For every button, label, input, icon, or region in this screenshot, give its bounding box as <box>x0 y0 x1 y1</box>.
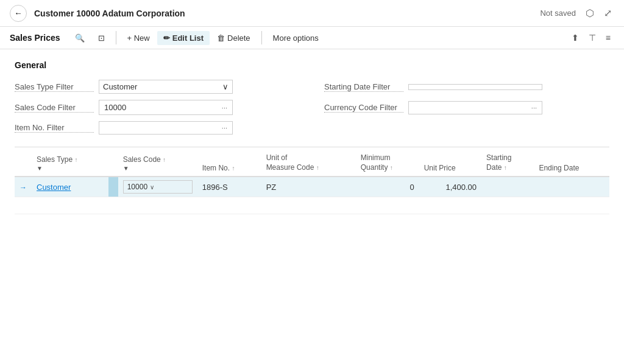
sales-type-filter-row: Sales Type Filter Customer ∨ <box>15 80 300 94</box>
col-starting-date: Starting Date ↑ <box>481 150 534 177</box>
sales-code-cell-value: 10000 <box>127 183 147 191</box>
sales-type-select-wrapper[interactable]: Customer ∨ <box>99 80 233 94</box>
col-empty-1 <box>108 150 118 177</box>
sales-code-value: 10000 <box>104 103 126 112</box>
back-icon: ← <box>14 9 22 18</box>
edit-list-button[interactable]: ✏ Edit List <box>157 31 210 45</box>
col-sales-type: Sales Type ↑ ▼ <box>32 150 108 177</box>
delete-icon: 🗑 <box>217 33 225 43</box>
sales-type-value: Customer <box>103 82 137 91</box>
search-button[interactable]: 🔍 <box>69 31 91 45</box>
col-unit-price: Unit Price <box>419 150 481 177</box>
starting-date-filter-row: Starting Date Filter <box>324 80 609 94</box>
page-title: Customer 10000 Adatum Corporation <box>34 9 540 18</box>
cell-unit-price[interactable]: 1,400.00 <box>419 177 481 197</box>
item-no-input[interactable]: ··· <box>99 121 233 135</box>
delete-button[interactable]: 🗑 Delete <box>211 31 257 45</box>
copy-view-button[interactable]: ⊡ <box>92 31 111 45</box>
header-icons: ⬡ ⤢ <box>583 6 614 20</box>
cell-sales-type[interactable]: Customer <box>32 177 108 197</box>
sales-type-filter-icon[interactable]: ▼ <box>37 164 104 172</box>
more-options-button[interactable]: More options <box>267 31 325 45</box>
share-button[interactable]: ⬆ <box>568 30 583 45</box>
toolbar-right-actions: ⬆ ⊤ ≡ <box>568 30 614 45</box>
section-divider <box>15 147 609 147</box>
edit-list-icon: ✏ <box>163 33 170 43</box>
new-label: + New <box>127 33 150 43</box>
cell-blue-box <box>108 177 118 197</box>
toolbar-separator <box>116 31 116 44</box>
starting-date-label: Starting Date Filter <box>324 82 403 92</box>
cell-ending-date[interactable] <box>534 177 609 197</box>
cell-min-qty[interactable]: 0 <box>356 177 419 197</box>
back-button[interactable]: ← <box>10 5 27 22</box>
new-button[interactable]: + New <box>121 31 156 45</box>
currency-code-filter-row: Currency Code Filter ··· <box>324 100 609 115</box>
sales-code-label: Sales Code Filter <box>15 103 94 113</box>
cell-sales-code[interactable]: 10000 ∨ <box>118 177 197 197</box>
table-row[interactable]: → Customer 10000 ∨ 1896-S PZ 0 <box>15 177 609 197</box>
col-min-qty: Minimum Quantity ↑ <box>356 150 419 177</box>
table-header-row: Sales Type ↑ ▼ Sales Code ↑ ▼ Item No. ↑ <box>15 150 609 177</box>
cell-uom[interactable]: PZ <box>261 177 356 197</box>
sales-type-label: Sales Type Filter <box>15 82 94 92</box>
cell-item-no[interactable]: 1896-S <box>197 177 261 197</box>
cell-starting-date[interactable] <box>481 177 534 197</box>
table-wrapper: Sales Type ↑ ▼ Sales Code ↑ ▼ Item No. ↑ <box>15 150 609 214</box>
more-options-label: More options <box>273 33 319 43</box>
edit-list-label: Edit List <box>172 33 204 43</box>
copy-view-icon: ⊡ <box>98 33 105 43</box>
item-no-filter-row: Item No. Filter ··· <box>15 121 300 135</box>
toolbar-separator-2 <box>261 31 262 44</box>
main-content: General Sales Type Filter Customer ∨ Sta… <box>0 49 624 225</box>
general-section-title: General <box>15 60 609 70</box>
sales-code-field[interactable]: 10000 ∨ <box>123 180 193 194</box>
col-item-no: Item No. ↑ <box>197 150 261 177</box>
starting-date-input[interactable] <box>408 84 542 90</box>
delete-label: Delete <box>227 33 250 43</box>
toolbar: Sales Prices 🔍 ⊡ + New ✏ Edit List 🗑 Del… <box>0 27 624 49</box>
header-bar: ← Customer 10000 Adatum Corporation Not … <box>0 0 624 27</box>
col-ending-date: Ending Date <box>534 150 609 177</box>
not-saved-status: Not saved <box>540 9 576 18</box>
row-arrow-icon: → <box>20 183 27 192</box>
sales-code-filter-icon[interactable]: ▼ <box>123 164 193 172</box>
fullscreen-button[interactable]: ⤢ <box>601 6 614 20</box>
row-arrow-cell: → <box>15 177 32 197</box>
currency-code-input[interactable]: ··· <box>408 101 542 114</box>
filters-grid: Sales Type Filter Customer ∨ Starting Da… <box>15 80 609 135</box>
expand-button[interactable]: ⬡ <box>583 6 597 20</box>
item-no-label: Item No. Filter <box>15 123 94 133</box>
dropdown-chevron-icon: ∨ <box>222 82 229 91</box>
dropdown-chevron-small-icon: ∨ <box>150 184 154 191</box>
sales-code-input[interactable]: 10000 ··· <box>99 100 233 115</box>
sales-code-filter-row: Sales Code Filter 10000 ··· <box>15 100 300 115</box>
currency-code-ellipsis[interactable]: ··· <box>531 104 537 111</box>
columns-button[interactable]: ≡ <box>602 30 614 45</box>
col-sales-code: Sales Code ↑ ▼ <box>118 150 197 177</box>
currency-code-label: Currency Code Filter <box>324 103 403 113</box>
col-arrow <box>15 150 32 177</box>
search-icon: 🔍 <box>75 33 85 43</box>
table-row-empty <box>15 197 609 214</box>
toolbar-title: Sales Prices <box>10 33 60 43</box>
item-no-ellipsis[interactable]: ··· <box>222 124 227 131</box>
sales-prices-table: Sales Type ↑ ▼ Sales Code ↑ ▼ Item No. ↑ <box>15 150 609 214</box>
sales-code-ellipsis[interactable]: ··· <box>222 104 227 111</box>
customer-link[interactable]: Customer <box>37 183 71 192</box>
empty-cell <box>324 121 609 135</box>
filter-button[interactable]: ⊤ <box>585 30 600 45</box>
col-uom: Unit of Measure Code ↑ <box>261 150 356 177</box>
